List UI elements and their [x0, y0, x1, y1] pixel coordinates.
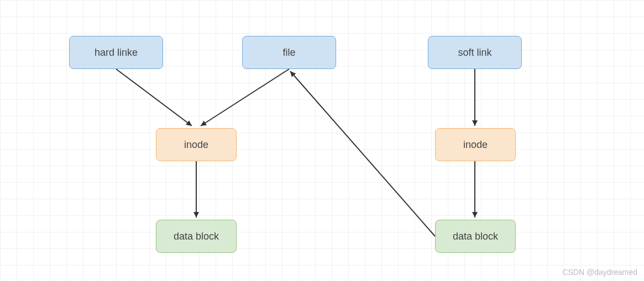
node-inode-right: inode [435, 128, 516, 161]
watermark: CSDN @daydreamed [562, 268, 637, 277]
arrow [290, 71, 435, 236]
arrow [201, 69, 289, 126]
node-datablock-left: data block [156, 220, 237, 253]
node-soft-link: soft link [428, 36, 522, 69]
node-hard-link: hard linke [69, 36, 163, 69]
arrow [116, 69, 192, 126]
node-file: file [242, 36, 336, 69]
node-datablock-right: data block [435, 220, 516, 253]
node-inode-left: inode [156, 128, 237, 161]
